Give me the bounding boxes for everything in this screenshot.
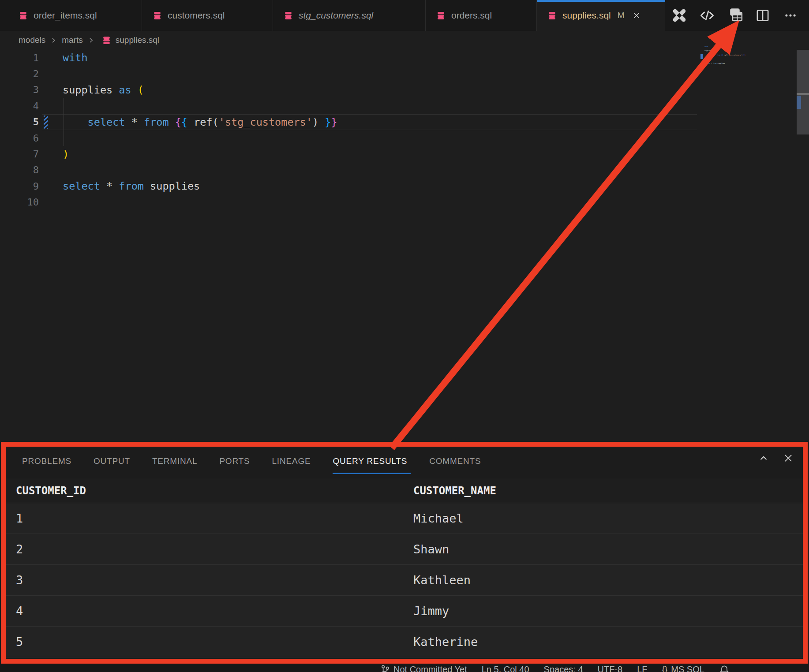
panel-tab-output[interactable]: OUTPUT — [94, 448, 130, 475]
code-line-7[interactable]: 7) — [0, 146, 694, 162]
code-token: supplies — [144, 180, 200, 192]
column-header-customer-id[interactable]: CUSTOMER_ID — [6, 485, 413, 497]
panel-tab-problems[interactable]: PROBLEMS — [22, 448, 71, 475]
database-icon — [436, 11, 446, 20]
split-editor-button[interactable] — [755, 7, 771, 23]
minimap-token: supplies — [716, 63, 725, 64]
tab-label: order_items.sql — [34, 10, 97, 21]
code-text: select * from {{ ref('stg_customers') }} — [63, 116, 337, 128]
minimap-modified-marker — [700, 54, 703, 59]
minimap-token: select — [708, 54, 714, 56]
column-header-customer-name[interactable]: CUSTOMER_NAME — [413, 485, 803, 497]
query-results-header: CUSTOMER_ID CUSTOMER_NAME — [6, 478, 803, 503]
code-line-5[interactable]: 5 select * from {{ ref('stg_customers') … — [0, 114, 694, 130]
query-results-rows: 1Michael2Shawn3Kathleen4Jimmy5Katherine — [6, 503, 803, 657]
minimap-token: with — [704, 46, 708, 48]
overview-ruler-current-line-marker — [797, 93, 809, 95]
status-item-lf[interactable]: LF — [637, 665, 647, 672]
editor-scrollbar-thumb[interactable] — [797, 50, 809, 134]
breadcrumb-segment[interactable]: marts — [62, 35, 83, 45]
code-line-4[interactable]: 4 — [0, 98, 694, 114]
status-item-ln-5-col-40[interactable]: Ln 5, Col 40 — [482, 665, 529, 672]
code-line-8[interactable]: 8 — [0, 162, 694, 178]
editor-tab-stg_customers[interactable]: stg_customers.sql — [273, 0, 426, 31]
line-number: 1 — [0, 52, 39, 63]
code-line-10[interactable]: 10 — [0, 194, 694, 210]
code-token: * — [125, 116, 143, 128]
table-row[interactable]: 2Shawn — [6, 534, 803, 565]
code-editor[interactable]: modelsmartssupplies.sql 1with23supplies … — [0, 31, 809, 442]
tab-close-button[interactable] — [632, 11, 641, 20]
more-actions-button[interactable] — [783, 7, 798, 23]
code-line-9[interactable]: 9select * from supplies — [0, 178, 694, 194]
database-icon — [284, 11, 293, 20]
editor-tab-bar: order_items.sqlcustomers.sqlstg_customer… — [0, 0, 809, 31]
panel-tab-comments[interactable]: COMMENTS — [429, 448, 481, 475]
code-token: as — [119, 84, 131, 96]
line-number: 5 — [0, 116, 39, 127]
modified-badge: M — [618, 11, 625, 20]
breadcrumb-segment[interactable]: models — [19, 35, 45, 45]
table-cell: 1 — [6, 511, 413, 525]
status-item-utf-8[interactable]: UTF-8 — [598, 665, 623, 672]
gutter-modified-indicator — [44, 116, 48, 129]
editor-tab-supplies[interactable]: supplies.sqlM — [537, 0, 667, 31]
editor-tab-customers[interactable]: customers.sql — [142, 0, 273, 31]
editor-tab-order_items[interactable]: order_items.sql — [8, 0, 142, 31]
status-item-bell[interactable] — [719, 665, 730, 672]
table-cell: 2 — [6, 542, 413, 556]
table-row[interactable]: 1Michael — [6, 503, 803, 534]
indent-guide — [64, 114, 64, 130]
code-text: select * from supplies — [63, 180, 200, 192]
panel-tab-query-results[interactable]: QUERY RESULTS — [333, 448, 407, 475]
panel-tab-bar: PROBLEMSOUTPUTTERMINALPORTSLINEAGEQUERY … — [22, 448, 481, 475]
code-line-1[interactable]: 1with — [0, 50, 694, 66]
close-panel-button[interactable] — [781, 451, 796, 466]
editor-tab-orders[interactable]: orders.sql — [426, 0, 537, 31]
indent-guide — [64, 130, 64, 146]
tab-label: stg_customers.sql — [299, 10, 373, 21]
code-token: with — [63, 52, 88, 64]
code-lines[interactable]: 1with23supplies as (45 select * from {{ … — [0, 50, 694, 210]
code-token: select — [88, 116, 125, 128]
dbt-button[interactable] — [671, 7, 687, 23]
code-token: * — [100, 180, 119, 192]
code-line-6[interactable]: 6 — [0, 130, 694, 146]
braces-icon: {} — [662, 665, 668, 672]
code-text: with — [63, 52, 88, 64]
status-item-label: Spaces: 4 — [544, 665, 583, 672]
breadcrumb-segment[interactable]: supplies.sql — [116, 35, 159, 45]
compile-code-button[interactable] — [699, 7, 715, 23]
panel-tab-lineage[interactable]: LINEAGE — [272, 448, 311, 475]
status-item-ms-sql[interactable]: {}MS SQL — [662, 665, 704, 672]
panel-tab-terminal[interactable]: TERMINAL — [152, 448, 197, 475]
query-results-panel-button[interactable] — [727, 7, 743, 23]
table-row[interactable]: 5Katherine — [6, 627, 803, 657]
code-token: ) — [63, 148, 69, 161]
status-bar: Not Committed YetLn 5, Col 40Spaces: 4UT… — [0, 664, 809, 672]
code-token: } — [331, 116, 337, 128]
code-line-3[interactable]: 3supplies as ( — [0, 82, 694, 98]
compile-code-icon — [699, 7, 715, 23]
table-row[interactable]: 3Kathleen — [6, 565, 803, 596]
status-item-not-committed-yet[interactable]: Not Committed Yet — [380, 665, 467, 672]
status-item-label: MS SQL — [671, 665, 704, 672]
close-icon — [783, 452, 794, 464]
tab-label: customers.sql — [168, 10, 225, 21]
line-number: 4 — [0, 101, 39, 112]
line-number: 3 — [0, 84, 39, 95]
database-icon — [102, 36, 111, 45]
overview-ruler-modified-marker — [797, 96, 801, 109]
code-token: from — [144, 116, 169, 128]
dbt-icon — [671, 7, 687, 23]
code-line-2[interactable]: 2 — [0, 66, 694, 82]
panel-tab-ports[interactable]: PORTS — [219, 448, 250, 475]
maximize-panel-button[interactable] — [756, 451, 771, 466]
minimap[interactable]: withsupplies as ( select * from {{ ref('… — [704, 46, 771, 67]
table-row[interactable]: 4Jimmy — [6, 596, 803, 627]
code-token: ( — [138, 84, 144, 96]
status-item-spaces-4[interactable]: Spaces: 4 — [544, 665, 583, 672]
editor-actions — [665, 0, 805, 31]
database-icon — [153, 11, 162, 20]
minimap-line — [704, 64, 771, 67]
